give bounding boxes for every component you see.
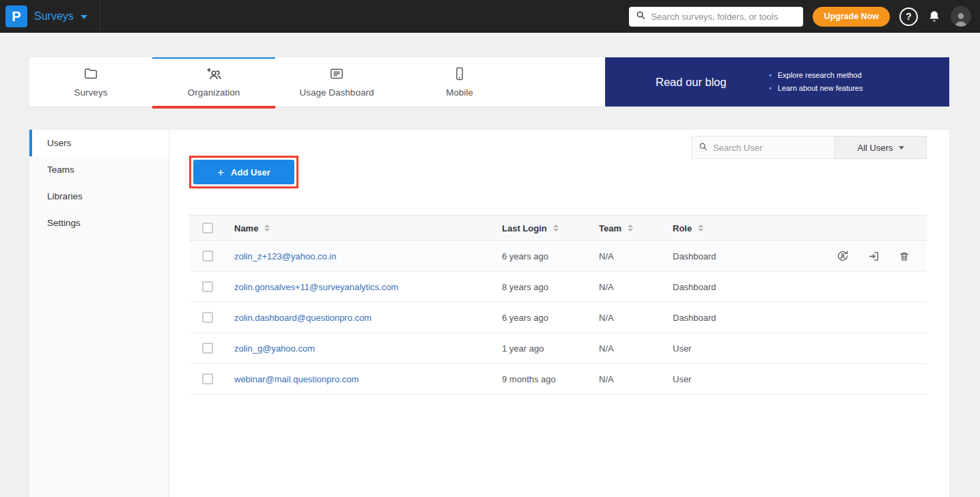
primary-nav: Surveys Organization Usage Dashboard bbox=[29, 57, 949, 106]
table-row: zolin.dashboard@questionpro.com 6 years … bbox=[189, 302, 927, 333]
role-cell: Dashboard bbox=[673, 282, 783, 292]
table-body: zolin_z+123@yahoo.co.in 6 years ago N/A … bbox=[189, 241, 927, 395]
user-avatar[interactable] bbox=[951, 6, 971, 27]
plus-icon: + bbox=[217, 167, 224, 178]
topbar-right: Upgrade Now ? bbox=[629, 6, 980, 27]
questionpro-logo[interactable]: P bbox=[5, 5, 27, 27]
blog-banner[interactable]: Read our blog Explore research method Le… bbox=[605, 57, 949, 106]
user-name-link[interactable]: webinar@mail.questionpro.com bbox=[234, 374, 359, 384]
sidebar-item-settings[interactable]: Settings bbox=[29, 210, 169, 236]
column-header-last-login: Last Login bbox=[502, 223, 547, 233]
team-cell: N/A bbox=[599, 282, 673, 292]
tab-label: Usage Dashboard bbox=[300, 87, 374, 98]
mobile-phone-icon bbox=[452, 66, 467, 83]
sidebar-item-users[interactable]: Users bbox=[29, 130, 169, 156]
team-cell: N/A bbox=[599, 343, 673, 354]
team-cell: N/A bbox=[599, 251, 673, 261]
users-table: Name Last Login Team Role bbox=[189, 215, 927, 395]
row-checkbox[interactable] bbox=[202, 281, 213, 292]
tabs-spacer bbox=[521, 57, 605, 106]
row-checkbox[interactable] bbox=[202, 312, 213, 323]
nav-tabs: Surveys Organization Usage Dashboard bbox=[29, 57, 521, 106]
last-login-cell: 6 years ago bbox=[502, 313, 599, 323]
add-user-label: Add User bbox=[231, 167, 270, 178]
global-search[interactable] bbox=[629, 7, 803, 27]
chevron-down-icon bbox=[81, 15, 87, 19]
users-content: All Users + Add User Name Last Login bbox=[169, 130, 949, 497]
blog-bullet: Learn about new features bbox=[769, 82, 863, 95]
tab-label: Mobile bbox=[446, 87, 473, 98]
column-header-team: Team bbox=[599, 223, 621, 233]
sidebar-item-libraries[interactable]: Libraries bbox=[29, 183, 169, 210]
organization-sidebar: Users Teams Libraries Settings bbox=[29, 130, 169, 497]
user-name-link[interactable]: zolin.dashboard@questionpro.com bbox=[234, 313, 372, 323]
sort-icon[interactable] bbox=[553, 225, 559, 231]
blog-banner-title[interactable]: Read our blog bbox=[656, 76, 727, 89]
blog-banner-bullets: Explore research method Learn about new … bbox=[769, 69, 863, 95]
row-checkbox[interactable] bbox=[202, 251, 213, 261]
add-user-button[interactable]: + Add User bbox=[193, 160, 294, 184]
last-login-cell: 9 months ago bbox=[502, 374, 599, 384]
product-switcher-label[interactable]: Surveys bbox=[34, 10, 74, 23]
user-search-field[interactable] bbox=[691, 136, 835, 159]
chevron-down-icon bbox=[899, 146, 904, 150]
sort-icon[interactable] bbox=[264, 225, 270, 231]
user-name-link[interactable]: zolin.gonsalves+11@surveyanalytics.com bbox=[234, 282, 398, 292]
last-login-cell: 1 year ago bbox=[502, 343, 599, 354]
add-people-icon bbox=[206, 66, 222, 83]
role-cell: Dashboard bbox=[673, 313, 783, 323]
row-checkbox[interactable] bbox=[202, 373, 213, 384]
user-filter-label: All Users bbox=[857, 143, 893, 153]
select-all-checkbox[interactable] bbox=[202, 223, 213, 233]
delete-user-icon[interactable] bbox=[899, 251, 910, 262]
brand[interactable]: P Surveys bbox=[0, 0, 100, 33]
last-login-cell: 8 years ago bbox=[502, 282, 599, 292]
tab-mobile[interactable]: Mobile bbox=[398, 57, 521, 106]
folder-icon bbox=[83, 66, 98, 83]
blog-bullet: Explore research method bbox=[769, 69, 863, 82]
user-search-group: All Users bbox=[691, 136, 927, 159]
sort-icon[interactable] bbox=[628, 225, 633, 231]
tab-organization[interactable]: Organization bbox=[152, 57, 275, 106]
tab-label: Organization bbox=[188, 87, 240, 98]
help-button[interactable]: ? bbox=[899, 8, 918, 26]
sidebar-item-label: Settings bbox=[47, 218, 81, 228]
tab-label: Surveys bbox=[74, 87, 108, 98]
column-header-name: Name bbox=[234, 223, 258, 233]
tab-surveys[interactable]: Surveys bbox=[29, 57, 152, 106]
row-checkbox[interactable] bbox=[202, 343, 213, 354]
user-search-input[interactable] bbox=[713, 143, 833, 153]
impersonate-user-icon[interactable] bbox=[837, 250, 849, 262]
upgrade-now-button[interactable]: Upgrade Now bbox=[813, 7, 890, 27]
dashboard-icon bbox=[329, 66, 344, 83]
team-cell: N/A bbox=[599, 313, 673, 323]
role-cell: Dashboard bbox=[673, 251, 783, 261]
role-cell: User bbox=[673, 374, 783, 384]
user-filter-dropdown[interactable]: All Users bbox=[835, 136, 927, 159]
table-row: zolin_z+123@yahoo.co.in 6 years ago N/A … bbox=[189, 241, 927, 272]
sidebar-item-label: Libraries bbox=[47, 191, 83, 201]
user-name-link[interactable]: zolin_z+123@yahoo.co.in bbox=[234, 251, 336, 261]
search-icon bbox=[636, 10, 645, 23]
sort-icon[interactable] bbox=[698, 225, 703, 231]
column-header-role: Role bbox=[673, 223, 692, 233]
sidebar-item-teams[interactable]: Teams bbox=[29, 156, 169, 183]
sidebar-item-label: Users bbox=[47, 138, 71, 148]
topbar: P Surveys Upgrade Now ? bbox=[0, 0, 980, 33]
logo-letter: P bbox=[12, 9, 20, 25]
tab-usage-dashboard[interactable]: Usage Dashboard bbox=[275, 57, 398, 106]
global-search-input[interactable] bbox=[651, 12, 796, 22]
table-row: zolin.gonsalves+11@surveyanalytics.com 8… bbox=[189, 272, 927, 302]
role-cell: User bbox=[673, 343, 783, 354]
search-icon bbox=[699, 141, 708, 154]
team-cell: N/A bbox=[599, 374, 673, 384]
login-as-user-icon[interactable] bbox=[868, 251, 880, 262]
organization-panel: Users Teams Libraries Settings All Users bbox=[29, 130, 949, 497]
last-login-cell: 6 years ago bbox=[502, 251, 599, 261]
annotation-highlight: + Add User bbox=[189, 156, 298, 188]
notifications-bell-icon[interactable] bbox=[927, 10, 941, 23]
user-name-link[interactable]: zolin_g@yahoo.com bbox=[234, 343, 315, 354]
sidebar-item-label: Teams bbox=[47, 165, 74, 175]
table-header-row: Name Last Login Team Role bbox=[189, 215, 927, 241]
table-row: zolin_g@yahoo.com 1 year ago N/A User bbox=[189, 333, 927, 364]
